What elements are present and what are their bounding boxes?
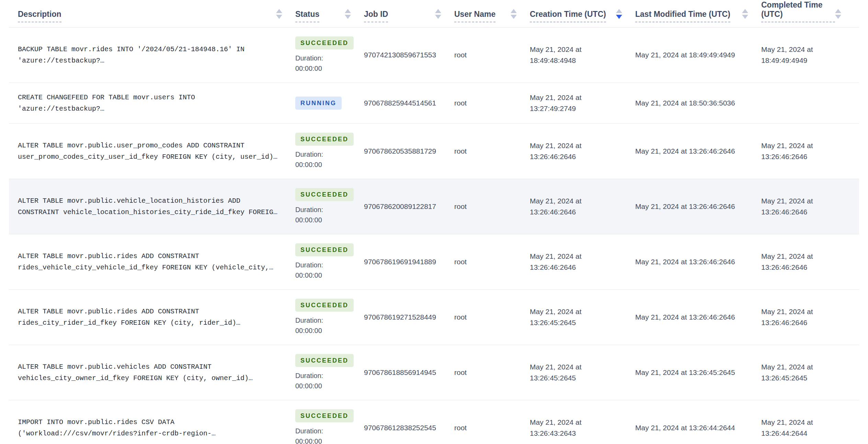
column-header-last-modified-time[interactable]: Last Modified Time (UTC) [635,0,761,27]
sort-down-icon [511,15,517,19]
status-badge: SUCCEEDED [295,354,354,367]
job-id-cell: 970678619691941889 [364,258,454,266]
duration-label: Duration: [295,53,364,63]
column-header-completed-time[interactable]: Completed Time (UTC) [761,0,859,27]
job-status-cell: SUCCEEDED Duration: 00:00:00 [295,409,364,444]
table-row[interactable]: ALTER TABLE movr.public.rides ADD CONSTR… [9,234,859,290]
duration-value: 00:00:00 [295,381,364,391]
column-header-creation-time[interactable]: Creation Time (UTC) [530,0,635,27]
job-description-cell: ALTER TABLE movr.public.vehicles ADD CON… [9,361,295,384]
duration-label: Duration: [295,370,364,381]
column-header-job-id[interactable]: Job ID [364,0,454,27]
creation-time-cell: May 21, 2024 at13:26:46:2646 [530,140,635,162]
creation-time-cell: May 21, 2024 at13:26:43:2643 [530,417,635,439]
jobs-table-header-row: Description Status Job ID User Name Crea… [9,0,859,27]
sort-up-icon [435,9,441,13]
duration-label: Duration: [295,260,364,270]
sort-down-icon [835,15,841,19]
duration-value: 00:00:00 [295,63,364,74]
job-duration: Duration: 00:00:00 [295,426,364,444]
table-row[interactable]: ALTER TABLE movr.public.rides ADD CONSTR… [9,290,859,345]
completed-time-cell [761,103,859,103]
job-duration: Duration: 00:00:00 [295,370,364,391]
status-badge: SUCCEEDED [295,243,354,256]
sort-icon [435,9,441,19]
job-status-cell: SUCCEEDED Duration: 00:00:00 [295,36,364,74]
job-status-cell: SUCCEEDED Duration: 00:00:00 [295,243,364,280]
sort-down-icon [742,15,748,19]
status-badge: SUCCEEDED [295,299,354,312]
table-row[interactable]: BACKUP TABLE movr.rides INTO '/2024/05/2… [9,27,859,83]
job-status-cell: SUCCEEDED Duration: 00:00:00 [295,133,364,170]
column-header-label: Last Modified Time (UTC) [635,10,730,22]
creation-time-cell: May 21, 2024 at13:26:45:2645 [530,306,635,328]
sort-icon [276,9,282,19]
job-status-cell: SUCCEEDED Duration: 00:00:00 [295,188,364,225]
column-header-user-name[interactable]: User Name [454,0,530,27]
job-duration: Duration: 00:00:00 [295,260,364,280]
job-id-cell: 970742130859671553 [364,51,454,59]
creation-time-cell: May 21, 2024 at13:26:45:2645 [530,362,635,384]
creation-time-cell: May 21, 2024 at13:26:46:2646 [530,251,635,273]
status-badge: SUCCEEDED [295,36,354,49]
status-badge: SUCCEEDED [295,133,354,146]
column-header-label: Job ID [364,10,388,22]
job-id-cell: 970678620535881729 [364,147,454,155]
job-id-cell: 970678620089122817 [364,202,454,211]
sort-down-icon [345,15,351,19]
sort-icon [616,9,622,19]
completed-time-cell: May 21, 2024 at18:49:49:4949 [761,44,859,66]
job-status-cell: RUNNING [295,97,364,110]
job-status-cell: SUCCEEDED Duration: 00:00:00 [295,299,364,336]
job-description-cell: BACKUP TABLE movr.rides INTO '/2024/05/2… [9,44,295,66]
user-name-cell: root [454,424,530,432]
completed-time-cell: May 21, 2024 at13:26:46:2646 [761,196,859,218]
last-modified-time-cell: May 21, 2024 at 13:26:45:2645 [635,368,761,377]
job-description-cell: CREATE CHANGEFEED FOR TABLE movr.users I… [9,92,295,114]
duration-label: Duration: [295,426,364,436]
duration-value: 00:00:00 [295,159,364,170]
last-modified-time-cell: May 21, 2024 at 13:26:46:2646 [635,147,761,155]
user-name-cell: root [454,99,530,107]
job-duration: Duration: 00:00:00 [295,204,364,225]
table-row[interactable]: ALTER TABLE movr.public.user_promo_codes… [9,124,859,179]
user-name-cell: root [454,313,530,321]
job-duration: Duration: 00:00:00 [295,315,364,336]
status-badge: SUCCEEDED [295,409,354,422]
column-header-description[interactable]: Description [9,0,295,27]
jobs-table: Description Status Job ID User Name Crea… [9,0,859,444]
job-duration: Duration: 00:00:00 [295,53,364,74]
job-description-cell: ALTER TABLE movr.public.rides ADD CONSTR… [9,251,295,273]
sort-up-icon [616,9,622,13]
column-header-status[interactable]: Status [295,0,364,27]
creation-time-cell: May 21, 2024 at13:26:46:2646 [530,196,635,218]
table-row[interactable]: IMPORT INTO movr.public.rides CSV DATA('… [9,400,859,444]
sort-up-icon [835,9,841,13]
job-description-cell: ALTER TABLE movr.public.rides ADD CONSTR… [9,306,295,329]
column-header-label: Completed Time (UTC) [761,0,835,22]
table-row[interactable]: CREATE CHANGEFEED FOR TABLE movr.users I… [9,83,859,124]
column-header-label: Creation Time (UTC) [530,10,606,22]
last-modified-time-cell: May 21, 2024 at 18:50:36:5036 [635,99,761,107]
table-row[interactable]: ALTER TABLE movr.public.vehicles ADD CON… [9,345,859,400]
job-status-cell: SUCCEEDED Duration: 00:00:00 [295,354,364,391]
job-duration: Duration: 00:00:00 [295,149,364,170]
completed-time-cell: May 21, 2024 at13:26:46:2646 [761,140,859,162]
duration-value: 00:00:00 [295,215,364,225]
sort-icon [345,9,351,19]
sort-down-icon [435,15,441,19]
last-modified-time-cell: May 21, 2024 at 13:26:46:2646 [635,258,761,266]
duration-label: Duration: [295,149,364,159]
sort-icon [511,9,517,19]
creation-time-cell: May 21, 2024 at18:49:48:4948 [530,44,635,66]
status-badge: RUNNING [295,97,342,110]
sort-up-icon [742,9,748,13]
creation-time-cell: May 21, 2024 at13:27:49:2749 [530,92,635,114]
job-id-cell: 970678612838252545 [364,424,454,432]
duration-value: 00:00:00 [295,270,364,280]
table-row[interactable]: ALTER TABLE movr.public.vehicle_location… [9,179,859,234]
duration-value: 00:00:00 [295,436,364,444]
sort-up-icon [345,9,351,13]
sort-up-icon [276,9,282,13]
last-modified-time-cell: May 21, 2024 at 18:49:49:4949 [635,51,761,59]
